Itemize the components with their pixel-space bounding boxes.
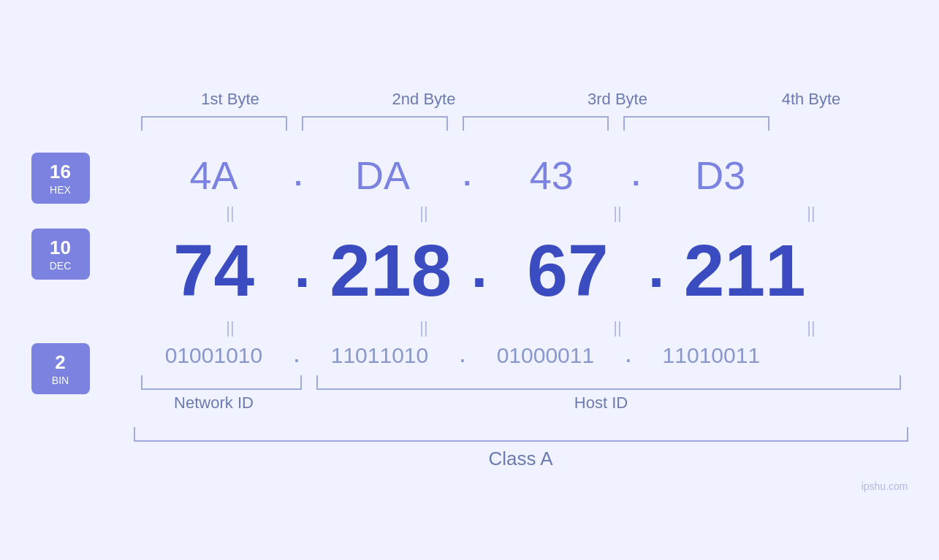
dec-value-4: 211 (672, 229, 818, 312)
byte-bracket-2 (302, 116, 448, 131)
byte-header-1: 1st Byte (157, 90, 303, 109)
pipe-4: || (731, 204, 892, 223)
dec-badge-label: DEC (50, 260, 72, 272)
dot-bin-2: . (460, 347, 465, 365)
byte-bracket-1 (141, 116, 287, 131)
dec-badge: 10 DEC (31, 229, 90, 280)
hex-value-1: 4A (141, 153, 287, 198)
dot-dec-3: . (648, 238, 664, 305)
bin-value-4: 11010011 (638, 343, 784, 368)
byte-bracket-3 (463, 116, 609, 131)
hex-badge: 16 HEX (31, 153, 90, 204)
byte-bracket-4 (623, 116, 769, 131)
network-id-label: Network ID (134, 394, 294, 413)
dec-value-1: 74 (141, 229, 287, 312)
class-bracket (134, 427, 908, 442)
dot-dec-2: . (471, 238, 487, 305)
dot-hex-2: . (463, 161, 471, 190)
hex-badge-label: HEX (50, 184, 71, 196)
byte-header-2: 2nd Byte (351, 90, 497, 109)
hex-value-4: D3 (647, 153, 794, 198)
pipe-1: || (150, 204, 311, 223)
pipe-b4: || (731, 318, 892, 337)
dot-bin-1: . (294, 347, 300, 365)
bin-badge-num: 2 (55, 351, 65, 374)
host-id-label: Host ID (294, 394, 908, 413)
pipe-b1: || (150, 318, 311, 337)
pipe-b2: || (343, 318, 504, 337)
watermark: ipshu.com (862, 480, 908, 492)
pipe-b3: || (537, 318, 698, 337)
hex-value-2: DA (310, 153, 456, 198)
bin-value-1: 01001010 (141, 343, 287, 368)
bin-value-2: 11011010 (306, 343, 452, 368)
dot-hex-1: . (294, 161, 303, 190)
dot-hex-3: . (632, 161, 640, 190)
dot-dec-1: . (294, 238, 311, 305)
bin-value-3: 01000011 (472, 343, 618, 368)
class-label: Class A (134, 448, 908, 470)
byte-header-3: 3rd Byte (544, 90, 691, 109)
hex-value-3: 43 (479, 153, 625, 198)
pipe-2: || (343, 204, 504, 223)
hex-badge-num: 16 (50, 161, 71, 183)
dec-value-3: 67 (495, 229, 641, 312)
dec-badge-num: 10 (50, 237, 71, 259)
host-bracket (316, 375, 901, 390)
dec-value-2: 218 (318, 229, 464, 312)
network-bracket (141, 375, 302, 390)
byte-header-4: 4th Byte (738, 90, 884, 109)
pipe-3: || (537, 204, 698, 223)
dot-bin-3: . (626, 347, 631, 365)
